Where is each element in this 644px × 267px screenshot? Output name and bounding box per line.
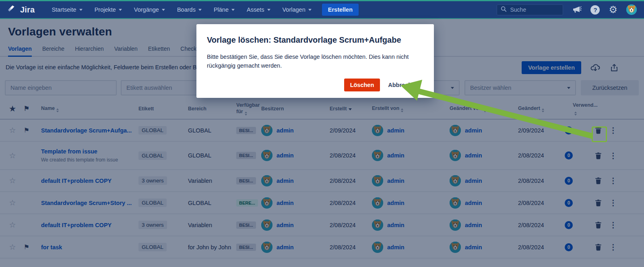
jira-app: Jira Startseite Projekte Vorgänge Boards…: [0, 0, 644, 267]
nav-item-vorlagen[interactable]: Vorlagen: [283, 6, 312, 13]
navbar-right: ? ⚙: [497, 4, 637, 15]
dialog-title: Vorlage löschen: Standardvorlage Scrum+A…: [207, 35, 422, 45]
dialog-actions: Löschen Abbrechen: [207, 79, 422, 91]
dialog-body-text: Bitte bestätigen Sie, dass Sie diese Vor…: [207, 52, 422, 70]
main-menu: Startseite Projekte Vorgänge Boards Plän…: [52, 6, 311, 13]
nav-item-plaene[interactable]: Pläne: [214, 6, 235, 13]
nav-item-vorgaenge[interactable]: Vorgänge: [134, 6, 165, 13]
chevron-down-icon: [79, 9, 83, 11]
chevron-down-icon: [308, 9, 312, 11]
delete-template-dialog: Vorlage löschen: Standardvorlage Scrum+A…: [196, 24, 434, 98]
chevron-down-icon: [119, 9, 122, 11]
jira-logo-icon: [7, 4, 17, 15]
dog-avatar-image: [626, 4, 637, 15]
chevron-down-icon: [231, 9, 235, 11]
chevron-down-icon: [198, 9, 202, 11]
create-button[interactable]: Erstellen: [322, 4, 359, 16]
confirm-delete-button[interactable]: Löschen: [344, 79, 380, 91]
cancel-button[interactable]: Abbrechen: [388, 82, 419, 88]
nav-item-startseite[interactable]: Startseite: [52, 6, 82, 13]
chevron-down-icon: [267, 9, 270, 11]
global-search[interactable]: [497, 4, 563, 15]
announcements-icon[interactable]: [572, 5, 582, 14]
jira-logo-text: Jira: [20, 5, 35, 14]
search-input[interactable]: [510, 6, 556, 13]
nav-item-boards[interactable]: Boards: [177, 6, 202, 13]
jira-logo[interactable]: Jira: [7, 4, 35, 15]
chevron-down-icon: [162, 9, 165, 11]
nav-item-projekte[interactable]: Projekte: [95, 6, 122, 13]
user-avatar[interactable]: [626, 4, 637, 15]
help-icon[interactable]: ?: [590, 5, 600, 14]
gear-icon[interactable]: ⚙: [609, 5, 617, 14]
nav-item-assets[interactable]: Assets: [247, 6, 270, 13]
search-icon: [501, 6, 507, 14]
top-navbar: Jira Startseite Projekte Vorgänge Boards…: [0, 0, 644, 19]
